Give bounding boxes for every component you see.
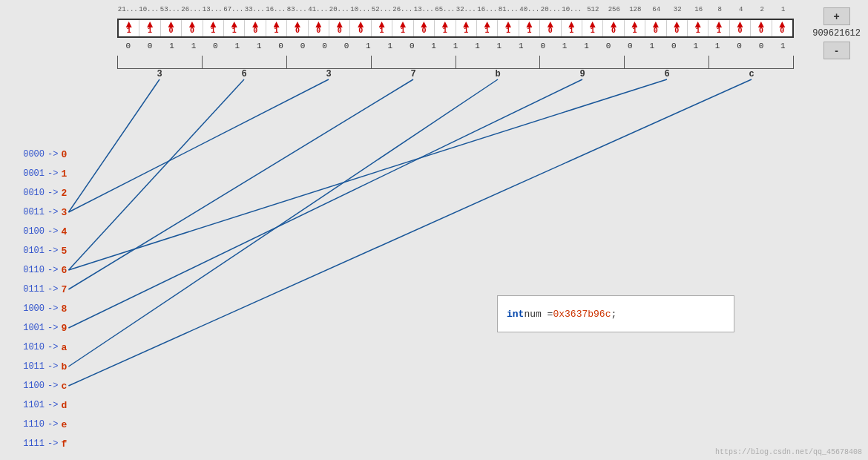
lookup-arrow: -> [47,361,58,372]
connection-line [68,79,582,328]
bit-position-label: 16 [688,6,710,13]
binary-digit: 0 [335,42,357,50]
lookup-row: 1100->c [6,376,76,395]
lookup-hex: b [61,361,76,372]
lookup-row: 1000->8 [6,299,76,318]
hex-label-row: 3637b96c [117,69,794,79]
bit-value: 0 [611,27,616,35]
bit-position-label: 20... [540,6,562,13]
lookup-row: 1111->f [6,434,76,453]
binary-digit: 0 [619,42,641,50]
hex-group [117,56,202,69]
bit-value: 1 [274,27,279,35]
bit-position-label: 128 [625,6,646,13]
binary-digit: 1 [641,42,662,50]
bit-position-label: 256 [604,6,625,13]
lookup-binary: 0010 [6,188,45,198]
bit-cell: 0 [182,20,203,36]
bit-value: 1 [380,27,384,35]
bit-position-label: 10... [562,6,583,13]
lookup-row: 0000->0 [6,145,76,164]
bit-value: 0 [358,27,363,35]
binary-digit: 0 [532,42,553,50]
minus-button[interactable]: - [823,42,850,59]
lookup-arrow: -> [47,438,58,449]
connection-line [68,79,667,270]
hex-group [624,56,708,69]
hex-label: c [709,69,794,79]
lookup-hex: c [61,381,76,392]
binary-digit: 0 [729,42,750,50]
bit-cell: 1 [582,20,603,36]
bit-position-label: 52... [371,6,392,13]
bit-value: 0 [253,27,257,35]
bit-position-label: 83... [286,6,308,13]
watermark: https://blog.csdn.net/qq_45678408 [715,448,862,456]
binary-digit: 0 [292,42,313,50]
bit-position-label: 32... [456,6,477,13]
bit-position-label: 32 [667,6,688,13]
lookup-arrow: -> [47,207,58,217]
lookup-binary: 1001 [6,323,45,333]
bit-cell: 1 [139,20,160,36]
lookup-arrow: -> [47,323,58,333]
hex-label: 3 [286,69,371,79]
lookup-arrow: -> [47,284,58,295]
lookup-binary: 0101 [6,246,45,256]
lookup-hex: f [61,438,76,450]
bit-value: 0 [737,27,742,35]
bit-cell: 1 [203,20,224,36]
bit-cell: 1 [392,20,413,36]
binary-digit: 1 [379,42,401,50]
binary-digit: 0 [314,42,335,50]
connection-line [68,79,498,367]
bit-cell: 1 [435,20,456,36]
bit-cell: 1 [708,20,729,36]
connection-line [68,79,160,212]
bit-cell: 1 [498,20,519,36]
bit-position-label: 13... [413,6,435,13]
bit-value: 0 [759,27,763,35]
lookup-hex: 6 [61,265,76,276]
hex-group [708,56,794,69]
lookup-hex: 3 [61,207,76,218]
binary-digit: 1 [358,42,379,50]
plus-button[interactable]: + [823,7,850,25]
bit-value: 1 [443,27,447,35]
hex-label: 6 [202,69,286,79]
lookup-hex: 5 [61,246,76,257]
code-box: int num = 0x3637b96c ; [497,295,734,332]
bit-value: 1 [527,27,531,35]
bit-cell: 0 [245,20,266,36]
bit-position-label: 512 [582,6,604,13]
binary-digit: 1 [510,42,532,50]
bit-position-label: 2 [752,6,773,13]
lookup-row: 0101->5 [6,241,76,260]
hex-label: 7 [371,69,456,79]
lookup-row: 1011->b [6,357,76,376]
bit-cell: 1 [266,20,287,36]
hex-groups-row [117,56,794,69]
lookup-arrow: -> [47,149,58,160]
bit-value: 0 [190,27,194,35]
lookup-arrow: -> [47,168,58,179]
code-hex-value: 0x3637b96c [553,309,611,320]
bit-cell: 0 [329,20,350,36]
bit-cell: 1 [372,20,392,36]
bit-value: 1 [569,27,573,35]
bit-value: 1 [717,27,721,35]
lookup-binary: 1000 [6,303,45,314]
lookup-hex: 9 [61,323,76,334]
connection-line [68,79,244,270]
bit-value: 0 [548,27,553,35]
lookup-arrow: -> [47,342,58,352]
bit-cell: 1 [224,20,245,36]
bit-value: 1 [696,27,700,35]
binary-digit: 1 [706,42,728,50]
lookup-row: 1110->e [6,415,76,434]
lookup-binary: 1110 [6,419,45,430]
binary-digit: 1 [444,42,466,50]
lookup-row: 1001->9 [6,318,76,338]
lookup-row: 0110->6 [6,260,76,280]
lookup-arrow: -> [47,381,58,391]
